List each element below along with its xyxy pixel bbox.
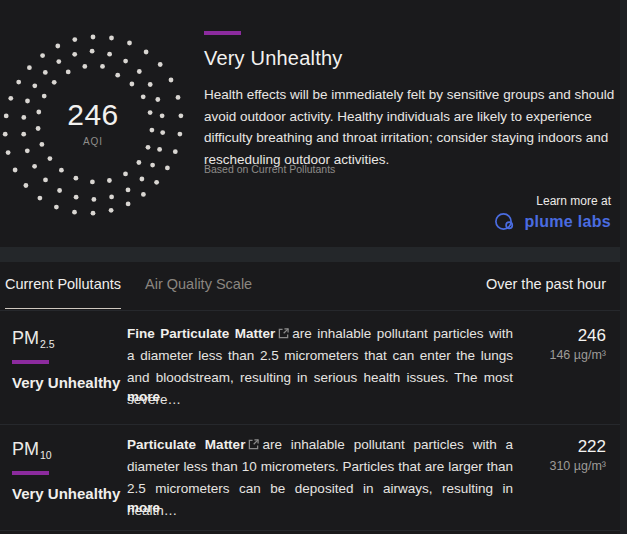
pollutant-row-pm25: PM2.5 Very Unhealthy Fine Particulate Ma… bbox=[0, 318, 620, 424]
external-link-icon bbox=[278, 328, 289, 339]
pm10-accent-bar bbox=[12, 471, 49, 475]
air-quality-panel: 246 AQI Very Unhealthy Health effects wi… bbox=[0, 0, 627, 534]
learn-more-label: Learn more at bbox=[493, 194, 611, 208]
pm10-info-link[interactable]: Particulate Matter bbox=[127, 437, 245, 452]
pm25-code: PM2.5 bbox=[12, 328, 54, 349]
bottom-separator bbox=[0, 530, 620, 531]
pm25-info-link[interactable]: Fine Particulate Matter bbox=[127, 326, 275, 341]
status-accent-bar bbox=[204, 31, 241, 35]
scrollbar-track[interactable] bbox=[620, 0, 627, 534]
status-title: Very Unhealthy bbox=[204, 47, 342, 70]
pm25-aqi-value: 246 bbox=[549, 326, 606, 346]
plume-labs-link[interactable]: plume labs bbox=[493, 212, 611, 231]
external-link-icon bbox=[248, 439, 259, 450]
pm25-status: Very Unhealthy bbox=[12, 374, 120, 391]
aqi-gauge: 246 AQI bbox=[0, 30, 188, 220]
pm10-aqi-value: 222 bbox=[549, 437, 606, 457]
pm25-values: 246 146 µg/m³ bbox=[549, 326, 606, 362]
status-description: Health effects will be immediately felt … bbox=[204, 84, 617, 170]
row-separator bbox=[0, 424, 620, 425]
pollutant-tabs: Current Pollutants Air Quality Scale Ove… bbox=[0, 262, 620, 311]
pm25-concentration: 146 µg/m³ bbox=[549, 348, 606, 362]
learn-more-block: Learn more at plume labs bbox=[493, 194, 611, 231]
pm10-concentration: 310 µg/m³ bbox=[549, 459, 606, 473]
aqi-unit-label: AQI bbox=[0, 136, 188, 147]
pm25-more-button[interactable]: more bbox=[127, 389, 160, 404]
based-on-note: Based on Current Pollutants bbox=[204, 163, 335, 175]
tab-air-quality-scale[interactable]: Air Quality Scale bbox=[145, 276, 252, 308]
time-range-label: Over the past hour bbox=[486, 276, 606, 292]
section-divider bbox=[0, 247, 627, 262]
tabs-separator bbox=[0, 310, 620, 311]
pm10-values: 222 310 µg/m³ bbox=[549, 437, 606, 473]
plume-cloud-icon bbox=[493, 212, 517, 231]
pm10-status: Very Unhealthy bbox=[12, 485, 120, 502]
pm10-more-button[interactable]: more bbox=[127, 500, 160, 515]
tab-current-pollutants[interactable]: Current Pollutants bbox=[5, 276, 121, 309]
pm25-accent-bar bbox=[12, 360, 49, 364]
pm25-description: Fine Particulate Matter are inhalable po… bbox=[127, 323, 513, 411]
pm10-description: Particulate Matter are inhalable polluta… bbox=[127, 434, 513, 522]
brand-name: plume labs bbox=[524, 213, 611, 231]
pollutant-row-pm10: PM10 Very Unhealthy Particulate Matter a… bbox=[0, 429, 620, 534]
pm10-code: PM10 bbox=[12, 439, 51, 460]
aqi-value: 246 bbox=[0, 98, 188, 132]
